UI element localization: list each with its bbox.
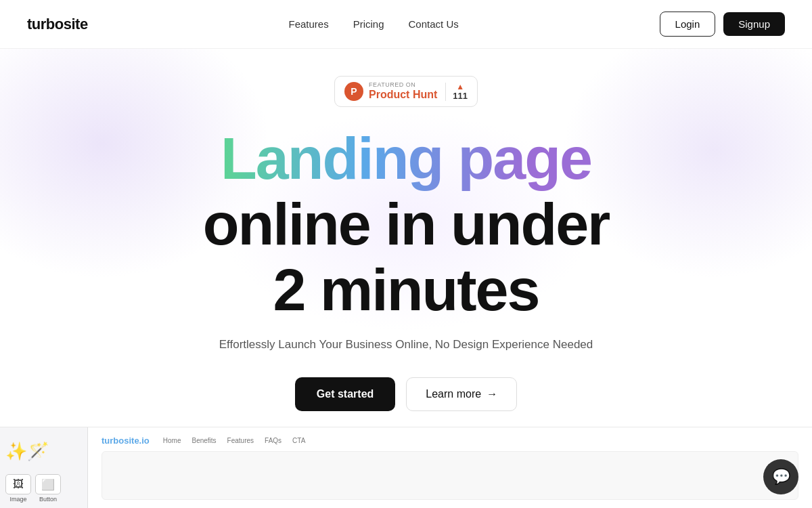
nav-link-features[interactable]: Features [288,18,328,30]
logo[interactable]: turbosite [27,16,88,33]
headline-line3: 2 minutes [203,257,610,323]
product-hunt-icon: P [344,82,363,101]
navbar: turbosite Features Pricing Contact Us Lo… [0,0,812,49]
image-tool-label: Image [9,496,26,503]
image-tool-icon: 🖼 [5,474,31,494]
signup-button[interactable]: Signup [723,12,785,36]
image-tool[interactable]: 🖼 Image [5,474,31,503]
button-tool-icon: ⬜ [35,474,61,494]
headline-line2: online in under [203,192,610,257]
chat-bubble[interactable]: 💬 [763,459,798,494]
headline-line1: Landing page [203,126,610,192]
nav-link-pricing[interactable]: Pricing [353,18,384,30]
login-button[interactable]: Login [660,12,716,37]
get-started-button[interactable]: Get started [295,377,395,411]
product-hunt-text: FEATURED ON Product Hunt [369,82,437,101]
preview-main-area [102,451,798,500]
cta-group: Get started Learn more → [295,377,517,411]
product-hunt-featured-label: FEATURED ON [369,82,437,88]
preview-bar: ✨🪄 🖼 Image ⬜ Button turbosite.io Home Be… [0,427,812,508]
button-tool-label: Button [39,496,57,503]
chat-icon: 💬 [772,468,790,486]
preview-nav-home: Home [163,437,181,444]
product-hunt-count: ▲ 111 [445,83,468,101]
hero-headline: Landing page online in under 2 minutes [203,126,610,322]
learn-more-button[interactable]: Learn more → [406,377,517,411]
product-hunt-badge[interactable]: P FEATURED ON Product Hunt ▲ 111 [334,76,478,107]
preview-nav-links: Home Benefits Features FAQs CTA [163,437,306,444]
preview-nav-benefits: Benefits [191,437,216,444]
learn-more-arrow: → [487,388,497,400]
preview-nav-features: Features [227,437,254,444]
preview-nav-cta: CTA [292,437,305,444]
product-hunt-number: 111 [453,91,468,101]
preview-nav: turbosite.io Home Benefits Features FAQs… [102,436,798,446]
preview-logo: turbosite.io [102,436,150,446]
preview-nav-faqs: FAQs [265,437,281,444]
preview-content-area: turbosite.io Home Benefits Features FAQs… [88,427,812,508]
hero-subtitle: Effortlessly Launch Your Business Online… [219,338,593,352]
learn-more-label: Learn more [426,388,481,400]
nav-links: Features Pricing Contact Us [288,18,458,30]
nav-link-contact[interactable]: Contact Us [409,18,459,30]
preview-tools-panel: ✨🪄 🖼 Image ⬜ Button [0,427,88,508]
product-hunt-arrow: ▲ [456,83,464,91]
hero-section: P FEATURED ON Product Hunt ▲ 111 Landing… [0,49,812,508]
product-hunt-name: Product Hunt [369,88,437,101]
nav-actions: Login Signup [660,12,785,37]
wand-icon: ✨🪄 [5,441,49,462]
button-tool[interactable]: ⬜ Button [35,474,61,503]
